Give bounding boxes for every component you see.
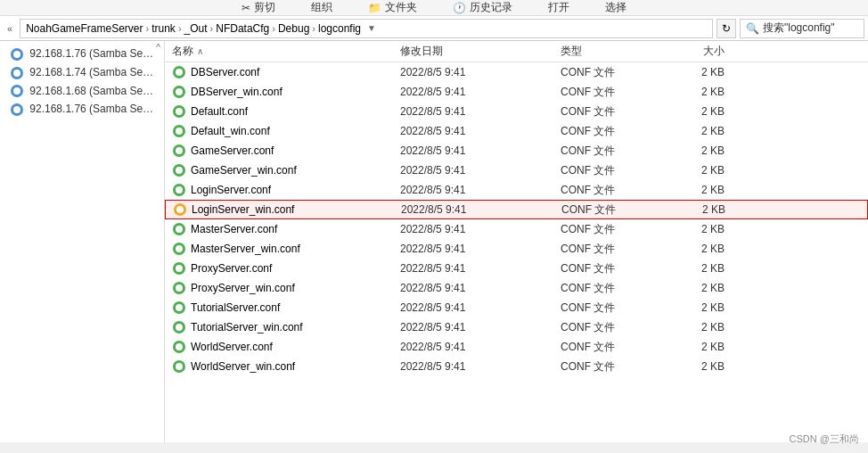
col-header-type[interactable]: 类型 — [557, 44, 664, 59]
conf-icon — [173, 184, 185, 196]
table-row[interactable]: LoginServer.conf 2022/8/5 9:41 CONF 文件 2… — [165, 180, 868, 200]
breadcrumb-item-3[interactable]: NFDataCfg — [216, 22, 269, 35]
breadcrumb-path[interactable]: NoahGameFrameServer › trunk › _Out › NFD… — [20, 19, 713, 38]
file-name-cell: MasterServer_win.conf — [165, 242, 397, 256]
file-date-cell: 2022/8/5 9:41 — [397, 203, 558, 216]
file-type-cell: CONF 文件 — [558, 202, 665, 218]
folder-icon: 📁 — [368, 2, 381, 14]
file-date-cell: 2022/8/5 9:41 — [397, 66, 557, 78]
col-header-size[interactable]: 大小 — [664, 44, 735, 59]
table-row[interactable]: ProxyServer_win.conf 2022/8/5 9:41 CONF … — [165, 278, 868, 298]
breadcrumb-item-4[interactable]: Debug — [278, 22, 309, 35]
sidebar-item-label-0: 92.168.1.76 (Samba Server Vers — [29, 47, 164, 60]
search-box[interactable]: 🔍 搜索"logconfig" — [740, 19, 864, 38]
file-date-cell: 2022/8/5 9:41 — [397, 341, 557, 353]
samba-icon-2 — [11, 85, 23, 97]
file-date-cell: 2022/8/5 9:41 — [397, 144, 557, 157]
file-size-cell: 2 KB — [664, 144, 735, 157]
table-row[interactable]: DBServer_win.conf 2022/8/5 9:41 CONF 文件 … — [165, 82, 868, 102]
file-icon — [172, 261, 186, 276]
file-size-cell: 2 KB — [664, 243, 735, 255]
breadcrumb-item-2[interactable]: _Out — [184, 22, 208, 35]
refresh-button[interactable]: ↻ — [717, 19, 736, 38]
sidebar: ^ 92.168.1.76 (Samba Server Vers 92.168.… — [0, 41, 165, 442]
breadcrumb-item-1[interactable]: trunk — [151, 22, 176, 35]
file-icon — [173, 202, 187, 217]
table-row[interactable]: WorldServer_win.conf 2022/8/5 9:41 CONF … — [165, 357, 868, 376]
file-type-cell: CONF 文件 — [557, 281, 664, 296]
file-type-cell: CONF 文件 — [557, 183, 664, 198]
file-type-cell: CONF 文件 — [557, 85, 664, 100]
file-name-cell: WorldServer_win.conf — [165, 359, 397, 374]
table-row[interactable]: TutorialServer.conf 2022/8/5 9:41 CONF 文… — [165, 298, 868, 317]
conf-icon — [173, 125, 185, 137]
file-date-cell: 2022/8/5 9:41 — [397, 360, 557, 373]
sidebar-item-2[interactable]: 92.168.1.68 (Samba Server Vers — [0, 82, 164, 101]
address-bar: « NoahGameFrameServer › trunk › _Out › N… — [0, 16, 868, 41]
table-row[interactable]: MasterServer.conf 2022/8/5 9:41 CONF 文件 … — [165, 219, 868, 239]
sidebar-item-1[interactable]: 92.168.1.74 (Samba Server Ver — [0, 63, 164, 82]
file-icon — [172, 281, 186, 295]
toolbar-group-clipboard: ✂ 剪切 — [242, 0, 275, 15]
file-name-cell: GameServer.conf — [165, 144, 397, 158]
file-size-cell: 2 KB — [664, 125, 735, 137]
file-icon — [172, 183, 186, 197]
sidebar-scroll-up[interactable]: ^ — [156, 43, 160, 53]
file-icon — [172, 163, 186, 177]
table-row[interactable]: Default.conf 2022/8/5 9:41 CONF 文件 2 KB — [165, 102, 868, 121]
file-list-area: 名称 ∧ 修改日期 类型 大小 DBServer.conf 2022/8/5 9… — [165, 41, 868, 442]
col-header-date[interactable]: 修改日期 — [397, 44, 557, 59]
file-icon — [172, 85, 186, 99]
toolbar-label-open: 打开 — [548, 0, 569, 15]
search-input-text[interactable]: 搜索"logconfig" — [763, 21, 835, 36]
table-row[interactable]: Default_win.conf 2022/8/5 9:41 CONF 文件 2… — [165, 121, 868, 141]
nav-back-btn[interactable]: « — [4, 21, 16, 36]
file-icon — [172, 124, 186, 138]
file-name-cell: LoginServer_win.conf — [166, 202, 397, 217]
sidebar-item-label-1: 92.168.1.74 (Samba Server Ver — [29, 66, 164, 78]
sidebar-item-3[interactable]: 92.168.1.76 (Samba Server Vers — [0, 100, 164, 119]
breadcrumb-sep-2: › — [210, 23, 214, 34]
file-type-cell: CONF 文件 — [557, 242, 664, 257]
sidebar-item-0[interactable]: 92.168.1.76 (Samba Server Vers — [0, 45, 164, 63]
file-type-cell: CONF 文件 — [557, 163, 664, 178]
col-header-name[interactable]: 名称 ∧ — [165, 44, 397, 59]
conf-icon — [173, 243, 185, 255]
file-type-cell: CONF 文件 — [557, 359, 664, 375]
file-rows: DBServer.conf 2022/8/5 9:41 CONF 文件 2 KB… — [165, 62, 868, 442]
watermark: CSDN @三和尚 — [790, 432, 859, 446]
table-row[interactable]: WorldServer.conf 2022/8/5 9:41 CONF 文件 2… — [165, 337, 868, 357]
breadcrumb-item-0[interactable]: NoahGameFrameServer — [26, 22, 143, 35]
file-size-cell: 2 KB — [664, 223, 735, 235]
file-size-cell: 2 KB — [664, 86, 735, 98]
file-size-cell: 2 KB — [664, 66, 735, 78]
file-name-cell: DBServer.conf — [165, 65, 397, 79]
table-row[interactable]: TutorialServer_win.conf 2022/8/5 9:41 CO… — [165, 317, 868, 337]
column-headers: 名称 ∧ 修改日期 类型 大小 — [165, 41, 868, 62]
file-name-cell: WorldServer.conf — [165, 340, 397, 354]
file-name-cell: ProxyServer.conf — [165, 261, 397, 276]
file-size-cell: 2 KB — [664, 360, 735, 373]
file-date-cell: 2022/8/5 9:41 — [397, 262, 557, 275]
breadcrumb-item-5[interactable]: logconfig — [318, 22, 361, 35]
file-icon — [172, 359, 186, 374]
file-name: GameServer.conf — [191, 144, 274, 157]
file-type-cell: CONF 文件 — [557, 320, 664, 335]
file-name-cell: DBServer_win.conf — [165, 85, 397, 99]
conf-icon — [173, 341, 185, 353]
breadcrumb-sep-0: › — [146, 23, 150, 34]
table-row[interactable]: MasterServer_win.conf 2022/8/5 9:41 CONF… — [165, 239, 868, 259]
file-date-cell: 2022/8/5 9:41 — [397, 86, 557, 98]
table-row[interactable]: LoginServer_win.conf 2022/8/5 9:41 CONF … — [165, 200, 868, 219]
file-date-cell: 2022/8/5 9:41 — [397, 105, 557, 118]
file-date-cell: 2022/8/5 9:41 — [397, 223, 557, 235]
breadcrumb-dropdown-icon[interactable]: ▼ — [367, 23, 376, 33]
file-icon — [172, 104, 186, 119]
table-row[interactable]: ProxyServer.conf 2022/8/5 9:41 CONF 文件 2… — [165, 259, 868, 278]
breadcrumb-sep-3: › — [272, 23, 275, 34]
toolbar-label-organize: 组织 — [311, 0, 332, 15]
table-row[interactable]: DBServer.conf 2022/8/5 9:41 CONF 文件 2 KB — [165, 62, 868, 82]
file-name-cell: Default_win.conf — [165, 124, 397, 138]
table-row[interactable]: GameServer_win.conf 2022/8/5 9:41 CONF 文… — [165, 161, 868, 180]
table-row[interactable]: GameServer.conf 2022/8/5 9:41 CONF 文件 2 … — [165, 141, 868, 161]
